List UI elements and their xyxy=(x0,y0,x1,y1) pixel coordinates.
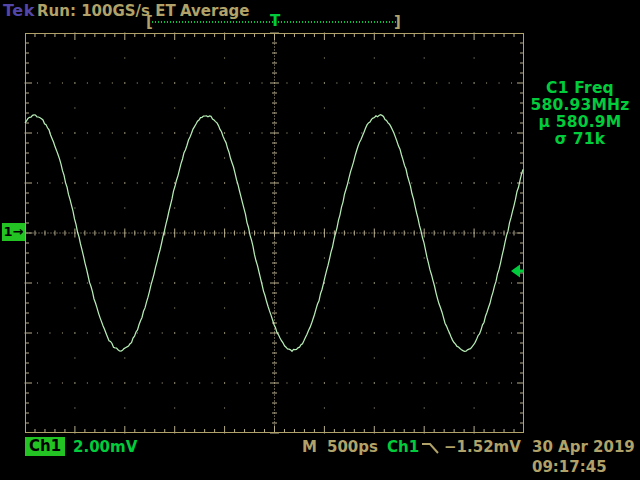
ch1-channel-badge[interactable]: Ch1 xyxy=(25,437,65,456)
measurement-readout: C1 Freq 580.93MHz μ 580.9M σ 71k xyxy=(520,80,640,148)
trigger-level-value[interactable]: −1.52mV xyxy=(444,438,521,456)
falling-edge-icon xyxy=(421,441,441,455)
measurement-stddev: σ 71k xyxy=(520,131,640,148)
ch1-position-marker[interactable]: 1→ xyxy=(2,223,25,241)
trigger-source[interactable]: Ch1 xyxy=(387,438,419,456)
main-timebase-label: M xyxy=(302,438,317,456)
time-per-div[interactable]: 500ps xyxy=(327,438,378,456)
graticule-display xyxy=(0,0,640,480)
ch1-volts-per-div[interactable]: 2.00mV xyxy=(73,438,137,456)
measurement-mean: μ 580.9M xyxy=(520,114,640,131)
measurement-value: 580.93MHz xyxy=(520,97,640,114)
oscilloscope-screen: Tek Run: 100GS/s ET Average [ T ] 1→ C1 … xyxy=(0,0,640,480)
trigger-level-arrow-icon[interactable] xyxy=(511,265,524,278)
graticule-grid xyxy=(25,33,523,434)
date-display: 30 Apr 2019 xyxy=(532,438,635,456)
time-display: 09:17:45 xyxy=(532,458,607,476)
measurement-name: C1 Freq xyxy=(520,80,640,97)
